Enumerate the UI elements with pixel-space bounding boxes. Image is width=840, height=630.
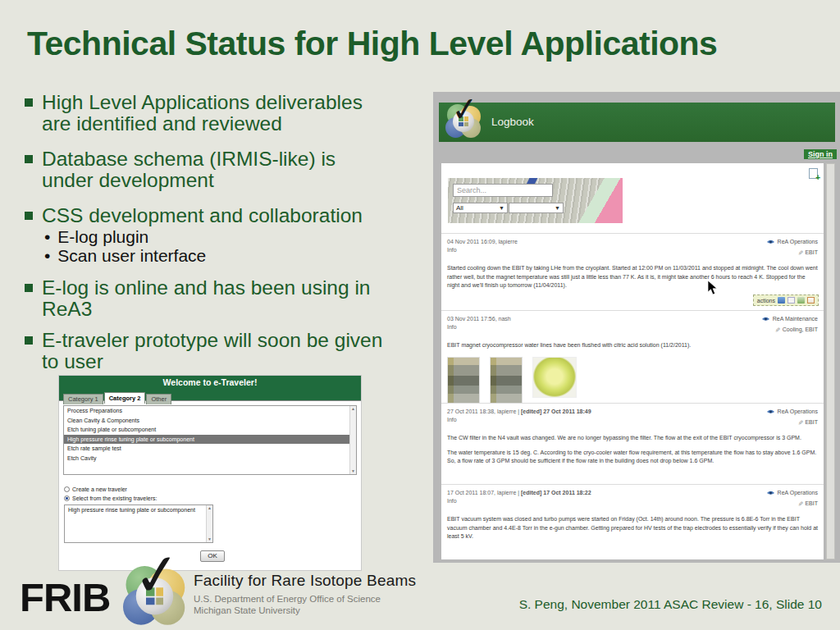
dropdown-arrow-icon: ▼ — [555, 205, 560, 211]
bullet-square-icon — [25, 336, 33, 345]
entry-tags-link[interactable]: ✎ EBIT — [766, 249, 818, 257]
bullet-item: E-traveler prototype will soon be givent… — [23, 330, 430, 372]
bullet-square-icon — [25, 155, 33, 163]
entry-type: Info — [447, 497, 591, 505]
slide-canvas: Technical Status for High Level Applicat… — [0, 0, 840, 630]
action-edit-icon[interactable] — [788, 297, 795, 304]
bullet-dot-icon: • — [44, 247, 50, 266]
bullet-text: ReA3 — [42, 299, 370, 320]
bullet-item: Database schema (IRMIS-like) isunder dev… — [23, 148, 430, 191]
entry-tags-link[interactable]: ✎ Cooling, EBIT — [761, 326, 818, 334]
sub-bullet-item: •E-log plugin — [44, 228, 430, 247]
log-entry: 04 Nov 2011 16:09, lapierre Info ReA Ope… — [441, 233, 824, 310]
pencil-icon: ✎ — [796, 501, 804, 507]
scroll-down-icon[interactable]: ▼ — [350, 468, 356, 474]
bullet-square-icon — [25, 212, 33, 220]
action-add-icon[interactable] — [797, 297, 805, 304]
scroll-down-icon[interactable]: ▼ — [207, 536, 212, 542]
list-item[interactable]: Etch Cavity — [64, 454, 356, 463]
sub-bullet-text: E-log plugin — [57, 228, 148, 247]
photo-thumbnail[interactable] — [490, 357, 523, 404]
filter-category-select[interactable]: ▼ — [509, 203, 564, 213]
radio-icon[interactable] — [64, 486, 70, 492]
list-item[interactable]: Etch rate sample test — [64, 444, 356, 454]
logbook-app-title: Logbook — [491, 103, 534, 142]
entry-type: Info — [447, 323, 511, 331]
pencil-icon: ✎ — [773, 327, 781, 333]
radio-icon-checked[interactable] — [64, 495, 70, 501]
logbook-header: ✓ Logbook — [439, 103, 835, 142]
radio-label: Select from the existing travelers: — [72, 494, 158, 503]
entry-body: The CW filter in the N4 vault was change… — [447, 434, 818, 466]
entry-date: 17 Oct 2011 18:07, lapierre | [edited] 1… — [447, 489, 591, 497]
checkmark-icon: ✓ — [130, 544, 185, 606]
photo-thumbnail[interactable] — [447, 357, 480, 404]
etraveler-window: Welcome to e-Traveler! Category 1Categor… — [58, 375, 362, 571]
new-entry-icon[interactable] — [809, 168, 818, 179]
eye-icon — [766, 409, 775, 415]
entry-category-link[interactable]: ReA Maintenance — [761, 315, 818, 323]
scroll-up-icon[interactable]: ▲ — [350, 406, 356, 412]
sub-bullet-list: •E-log plugin •Scan user interface — [44, 228, 430, 265]
pencil-icon: ✎ — [796, 250, 804, 256]
mouse-cursor-icon — [707, 280, 718, 295]
pencil-icon: ✎ — [796, 420, 804, 426]
entry-date: 27 Oct 2011 18:38, lapierre | [edited] 2… — [447, 408, 591, 416]
log-entry: 27 Oct 2011 18:38, lapierre | [edited] 2… — [441, 403, 824, 484]
scroll-up-icon[interactable]: ▲ — [207, 505, 212, 511]
actions-label: actions — [757, 298, 775, 304]
photo-thumbnail[interactable] — [532, 357, 577, 398]
bullet-text: are identified and reviewed — [42, 113, 363, 135]
list-item-selected[interactable]: High pressure rinse tuning plate or subc… — [64, 435, 356, 445]
logbook-content: All ▼ ▼ 04 Nov 2011 16:09, lapierre Info — [441, 163, 824, 559]
eye-icon — [766, 239, 775, 245]
etraveler-title: Welcome to e-Traveler! — [59, 376, 361, 389]
entry-category-link[interactable]: ReA Operations — [766, 238, 818, 246]
action-attach-icon[interactable] — [807, 297, 815, 304]
tab-category-1[interactable]: Category 1 — [63, 394, 103, 404]
search-panel: All ▼ ▼ — [448, 178, 623, 223]
bullet-text: under development — [42, 170, 336, 191]
entry-date: 04 Nov 2011 16:09, lapierre — [447, 238, 518, 246]
list-item[interactable]: Etch tuning plate or subcomponent — [64, 425, 356, 435]
action-reply-icon[interactable] — [778, 297, 785, 304]
radio-label: Create a new traveler — [72, 485, 127, 494]
checkmark-icon: ✓ — [450, 91, 481, 126]
search-input[interactable] — [453, 184, 553, 197]
existing-travelers-listbox[interactable]: High pressure rinse tuning plate or subc… — [64, 504, 213, 543]
entry-category-link[interactable]: ReA Operations — [766, 408, 818, 416]
page-title: Technical Status for High Level Applicat… — [27, 25, 827, 63]
bullet-text: High Level Applications deliverables — [42, 92, 363, 113]
traveler-options: Create a new traveler Select from the ex… — [64, 485, 356, 503]
logbook-scrollbar[interactable] — [826, 163, 835, 559]
radio-existing-travelers[interactable]: Select from the existing travelers: — [64, 494, 356, 503]
tab-other[interactable]: Other — [146, 394, 171, 404]
sub-bullet-text: Scan user interface — [57, 247, 206, 266]
entry-type: Info — [447, 416, 591, 424]
entry-actions-toolbar[interactable]: actions — [753, 294, 819, 306]
frib-university: Michigan State University — [194, 605, 416, 616]
list-item[interactable]: Process Preparations — [64, 406, 356, 416]
frib-wordmark: FRIB — [20, 574, 110, 620]
entry-category-link[interactable]: ReA Operations — [766, 489, 818, 497]
ok-button[interactable]: OK — [200, 550, 225, 562]
tab-category-2[interactable]: Category 2 — [104, 392, 146, 404]
attachment-thumbnails — [447, 357, 818, 404]
entry-tags-link[interactable]: ✎ EBIT — [766, 418, 818, 427]
filter-selected-value: All — [456, 204, 463, 212]
entry-date: 03 Nov 2011 17:56, nash — [447, 315, 511, 323]
existing-traveler-value[interactable]: High pressure rinse tuning plate or subc… — [65, 505, 212, 514]
eye-icon — [761, 316, 770, 322]
sign-in-button[interactable]: Sign in — [804, 149, 837, 159]
bullet-square-icon — [25, 98, 33, 107]
listbox-scrollbar[interactable]: ▲▼ — [349, 406, 356, 474]
list-item[interactable]: Clean Cavity & Components — [64, 416, 356, 426]
listbox-scrollbar[interactable]: ▲▼ — [206, 505, 212, 542]
frib-name: Facility for Rare Isotope Beams — [194, 572, 416, 590]
filter-type-select[interactable]: All ▼ — [453, 203, 508, 213]
eye-icon — [766, 490, 775, 496]
radio-new-traveler[interactable]: Create a new traveler — [64, 485, 356, 494]
entry-tags-link[interactable]: ✎ EBIT — [766, 500, 818, 508]
bullet-text: Database schema (IRMIS-like) is — [42, 148, 336, 170]
dropdown-arrow-icon: ▼ — [499, 205, 504, 211]
